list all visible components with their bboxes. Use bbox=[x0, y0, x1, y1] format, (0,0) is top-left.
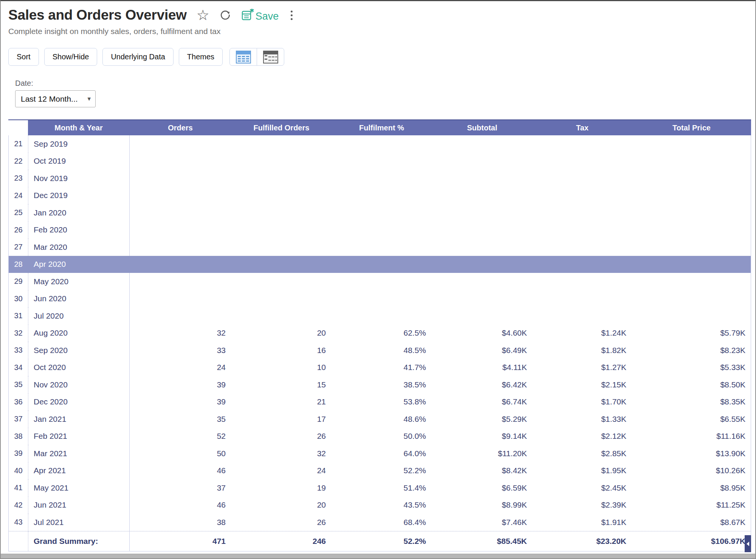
report-subtitle: Complete insight on monthly sales, order… bbox=[8, 27, 748, 36]
row-number: 33 bbox=[9, 342, 28, 359]
date-filter-select[interactable]: Last 12 Month... ▾ bbox=[15, 90, 96, 107]
refresh-icon[interactable] bbox=[219, 9, 231, 21]
orders-cell: 24 bbox=[130, 359, 232, 376]
fulfilment-cell bbox=[332, 256, 432, 273]
orders-cell bbox=[130, 204, 232, 221]
total-price-cell bbox=[632, 204, 751, 221]
table-row[interactable]: 35Nov 2020391538.5%$6.42K$2.15K$8.50K bbox=[9, 376, 751, 393]
more-options-kebab-icon[interactable] bbox=[288, 10, 295, 21]
column-header-fulfilled-orders[interactable]: Fulfilled Orders bbox=[231, 120, 332, 135]
orders-cell: 50 bbox=[130, 445, 232, 462]
scroll-left-button[interactable] bbox=[745, 535, 751, 552]
tax-cell: $1.27K bbox=[533, 359, 632, 376]
column-header-orders[interactable]: Orders bbox=[129, 120, 231, 135]
column-header-tax[interactable]: Tax bbox=[533, 120, 632, 135]
favorite-star-icon[interactable]: ☆ bbox=[197, 8, 209, 22]
summary-label: Grand Summary: bbox=[28, 531, 130, 551]
subtotal-cell: $6.59K bbox=[432, 479, 533, 497]
fulfilment-cell: 64.0% bbox=[332, 445, 432, 462]
month-cell: Mar 2020 bbox=[28, 238, 130, 256]
table-row[interactable]: 25Jan 2020 bbox=[9, 204, 751, 221]
table-row[interactable]: 29May 2020 bbox=[9, 273, 751, 290]
orders-cell: 39 bbox=[130, 376, 232, 393]
fulfilled-orders-cell: 17 bbox=[232, 410, 332, 428]
table-row[interactable]: 27Mar 2020 bbox=[9, 238, 751, 256]
horizontal-scrollbar-track[interactable] bbox=[1, 554, 755, 558]
tax-cell bbox=[533, 307, 632, 325]
fulfilled-orders-cell bbox=[232, 153, 332, 170]
save-button[interactable]: ✱ Save bbox=[241, 9, 279, 22]
table-row[interactable]: 34Oct 2020241041.7%$4.11K$1.27K$5.33K bbox=[9, 359, 751, 376]
tax-cell bbox=[533, 256, 632, 273]
table-row-selected[interactable]: 28Apr 2020 bbox=[9, 256, 751, 273]
row-number: 27 bbox=[9, 238, 28, 256]
subtotal-cell bbox=[432, 135, 533, 153]
flat-table-icon bbox=[235, 50, 251, 64]
orders-cell bbox=[130, 170, 232, 187]
total-price-cell bbox=[632, 135, 751, 153]
column-header-subtotal[interactable]: Subtotal bbox=[432, 120, 533, 135]
table-row[interactable]: 26Feb 2020 bbox=[9, 221, 751, 239]
table-header-row: Month & Year Orders Fulfilled Orders Ful… bbox=[8, 119, 751, 135]
flat-table-view-button[interactable] bbox=[229, 48, 257, 66]
orders-cell: 52 bbox=[130, 428, 232, 445]
column-header-month-year[interactable]: Month & Year bbox=[28, 120, 129, 135]
tax-cell bbox=[533, 204, 632, 221]
month-cell: Jul 2021 bbox=[28, 514, 130, 531]
table-row[interactable]: 22Oct 2019 bbox=[9, 153, 751, 170]
report-header: Sales and Orders Overview ☆ ✱ Save bbox=[1, 1, 755, 36]
table-row[interactable]: 23Nov 2019 bbox=[9, 170, 751, 187]
total-price-cell: $8.35K bbox=[632, 393, 751, 411]
table-row[interactable]: 30Jun 2020 bbox=[9, 290, 751, 308]
subtotal-cell: $9.14K bbox=[432, 428, 533, 445]
column-header-fulfilment-pct[interactable]: Fulfilment % bbox=[332, 120, 432, 135]
table-row[interactable]: 43Jul 2021382668.4%$7.46K$1.91K$8.67K bbox=[9, 514, 751, 531]
total-price-cell bbox=[632, 153, 751, 170]
underlying-data-button[interactable]: Underlying Data bbox=[102, 48, 173, 66]
summary-orders: 471 bbox=[130, 531, 232, 551]
tax-cell: $1.82K bbox=[533, 342, 632, 359]
month-cell: Apr 2021 bbox=[28, 462, 130, 480]
table-row[interactable]: 33Sep 2020331648.5%$6.49K$1.82K$8.23K bbox=[9, 342, 751, 359]
themes-button[interactable]: Themes bbox=[179, 48, 223, 66]
row-number: 21 bbox=[9, 135, 28, 153]
row-number: 22 bbox=[9, 153, 28, 170]
row-number: 37 bbox=[9, 410, 28, 428]
table-row[interactable]: 42Jun 2021462043.5%$8.99K$2.39K$11.25K bbox=[9, 497, 751, 514]
subtotal-cell: $4.60K bbox=[432, 325, 533, 342]
fulfilment-cell: 50.0% bbox=[332, 428, 432, 445]
table-row[interactable]: 40Apr 2021462452.2%$8.42K$1.95K$10.26K bbox=[9, 462, 751, 480]
subtotal-cell bbox=[432, 273, 533, 290]
row-number: 26 bbox=[9, 221, 28, 239]
fulfilment-cell: 48.5% bbox=[332, 342, 432, 359]
table-row[interactable]: 37Jan 2021351748.6%$5.29K$1.33K$6.55K bbox=[9, 410, 751, 428]
row-number: 36 bbox=[9, 393, 28, 411]
table-row[interactable]: 41May 2021371951.4%$6.59K$2.45K$8.95K bbox=[9, 479, 751, 497]
subtotal-cell bbox=[432, 187, 533, 204]
column-header-total-price[interactable]: Total Price bbox=[632, 120, 751, 135]
total-price-cell: $8.50K bbox=[632, 376, 751, 393]
tax-cell: $2.15K bbox=[533, 376, 632, 393]
table-row[interactable]: 32Aug 2020322062.5%$4.60K$1.24K$5.79K bbox=[9, 325, 751, 342]
show-hide-button[interactable]: Show/Hide bbox=[44, 48, 98, 66]
orders-cell: 46 bbox=[130, 497, 232, 514]
tax-cell: $2.12K bbox=[533, 428, 632, 445]
orders-cell bbox=[130, 187, 232, 204]
fulfilled-orders-cell bbox=[232, 307, 332, 325]
row-number: 35 bbox=[9, 376, 28, 393]
row-number: 30 bbox=[9, 290, 28, 308]
pivot-table-view-button[interactable] bbox=[257, 48, 284, 66]
table-row[interactable]: 31Jul 2020 bbox=[9, 307, 751, 325]
sort-button[interactable]: Sort bbox=[8, 48, 39, 66]
subtotal-cell: $6.49K bbox=[432, 342, 533, 359]
table-row[interactable]: 21Sep 2019 bbox=[9, 135, 751, 153]
subtotal-cell: $4.11K bbox=[432, 359, 533, 376]
fulfilment-cell bbox=[332, 153, 432, 170]
table-row[interactable]: 24Dec 2019 bbox=[9, 187, 751, 204]
orders-cell: 33 bbox=[130, 342, 232, 359]
table-row[interactable]: 38Feb 2021522650.0%$9.14K$2.12K$11.16K bbox=[9, 428, 751, 445]
table-row[interactable]: 36Dec 2020392153.8%$6.74K$1.70K$8.35K bbox=[9, 393, 751, 411]
month-cell: Feb 2021 bbox=[28, 428, 130, 445]
subtotal-cell: $5.29K bbox=[432, 410, 533, 428]
table-row[interactable]: 39Mar 2021503264.0%$11.20K$2.85K$13.90K bbox=[9, 445, 751, 462]
